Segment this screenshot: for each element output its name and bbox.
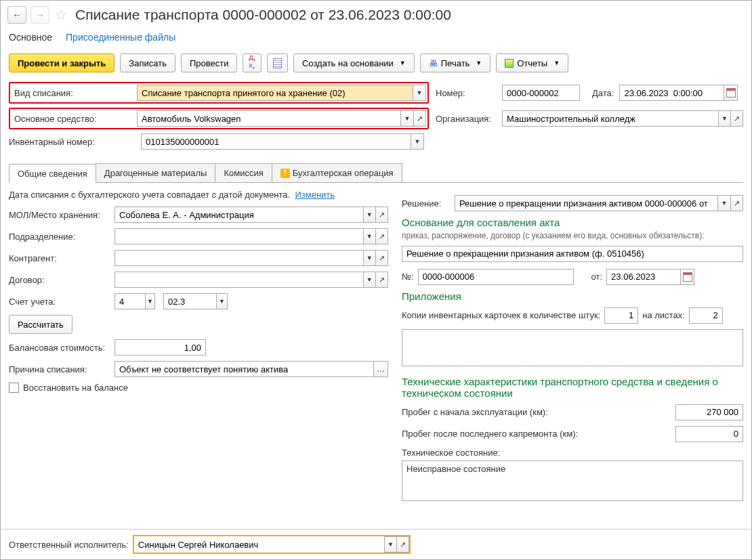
restore-label: Восстановить на балансе [23,383,128,393]
tab-precious[interactable]: Драгоценные материалы [96,163,216,182]
mileage2-label: Пробег после последнего капремонта (км): [402,429,671,439]
tab-commission[interactable]: Комиссия [215,163,272,182]
dept-dropdown[interactable]: ▼ [364,228,376,244]
decision-label: Решение: [402,198,451,209]
chevron-down-icon: ▼ [400,60,406,66]
asset-dropdown[interactable]: ▼ [401,110,413,127]
number-label: Номер: [436,88,497,98]
list-button[interactable] [267,53,288,72]
mol-open[interactable]: ↗ [376,207,388,223]
navtab-files[interactable]: Присоединенные файлы [66,32,175,43]
chevron-down-icon: ▼ [553,60,560,66]
number-input[interactable] [502,85,580,101]
mol-input[interactable] [114,207,364,223]
post-and-close-button[interactable]: Провести и закрыть [9,53,114,72]
appendix-heading: Приложения [402,290,743,302]
dtkt-button[interactable]: ДтКт [243,53,262,72]
responsible-input[interactable] [134,536,384,553]
contract-input[interactable] [114,272,364,288]
contract-dropdown[interactable]: ▼ [364,272,376,288]
asset-open-button[interactable]: ↗ [414,110,426,127]
chevron-down-icon: ▼ [476,60,482,66]
writeoff-type-dropdown[interactable]: ▼ [413,85,426,101]
dept-label: Подразделение: [9,232,110,242]
basis-num-label: №: [402,272,414,282]
counterparty-input[interactable] [114,250,364,266]
open-icon: ↗ [379,211,385,219]
change-link[interactable]: Изменить [295,190,335,200]
basis-from-calendar[interactable] [681,269,694,285]
decision-open[interactable]: ↗ [731,195,743,211]
responsible-open[interactable]: ↗ [397,536,409,553]
copies-input[interactable] [604,307,638,324]
open-icon: ↗ [379,254,385,263]
account2-input[interactable] [163,293,217,309]
account1-dropdown[interactable]: ▼ [146,293,155,309]
report-icon [505,59,514,68]
sheets-label: на листах: [642,310,685,320]
navtab-main[interactable]: Основное [9,32,52,45]
reason-ellipsis-button[interactable]: … [374,361,388,377]
dtkt-icon: ДтКт [249,55,255,71]
open-icon: ↗ [734,114,740,123]
responsible-dropdown[interactable]: ▼ [384,536,396,553]
basis-from-input[interactable] [606,269,681,285]
balance-input[interactable] [114,339,206,356]
org-input[interactable] [502,110,719,127]
open-icon: ↗ [417,114,423,123]
inv-input[interactable] [141,133,411,150]
inv-label: Инвентарный номер: [9,137,134,147]
tab-general[interactable]: Общие сведения [9,164,96,183]
asset-input[interactable] [137,110,401,127]
favorite-star-icon[interactable]: ☆ [54,7,68,22]
dept-input[interactable] [114,228,364,244]
date-calendar-button[interactable] [724,85,738,101]
dept-open[interactable]: ↗ [376,228,388,244]
decision-dropdown[interactable]: ▼ [718,195,730,211]
tab-accounting[interactable]: !Бухгалтерская операция [272,163,402,182]
writeoff-type-label: Вид списания: [12,88,137,98]
create-on-basis-button[interactable]: Создать на основании▼ [293,53,415,72]
condition-textarea[interactable]: Неисправное состояние [402,460,743,501]
mileage2-input[interactable] [675,426,743,442]
print-button[interactable]: 🖶Печать▼ [420,53,491,72]
post-button[interactable]: Провести [181,53,238,72]
tech-heading: Технические характеристики транспортного… [402,376,743,399]
account2-dropdown[interactable]: ▼ [217,293,228,309]
writeoff-type-input[interactable] [137,85,413,101]
restore-checkbox[interactable] [9,383,19,393]
responsible-label: Ответственный исполнитель: [9,540,129,550]
mol-dropdown[interactable]: ▼ [364,207,376,223]
open-icon: ↗ [400,540,406,549]
sheets-input[interactable] [689,307,723,324]
printer-icon: 🖶 [429,58,438,68]
balance-label: Балансовая стоимость: [9,343,110,353]
decision-input[interactable] [455,195,718,211]
counterparty-dropdown[interactable]: ▼ [364,250,376,266]
nav-forward-button[interactable]: → [30,6,49,24]
contract-open[interactable]: ↗ [376,272,388,288]
counterparty-open[interactable]: ↗ [376,250,388,266]
inv-dropdown[interactable]: ▼ [411,133,424,150]
asset-label: Основное средство: [12,114,137,124]
org-open-button[interactable]: ↗ [731,110,743,127]
org-dropdown[interactable]: ▼ [719,110,731,127]
appendix-textarea[interactable] [402,329,743,366]
mileage-input[interactable] [675,404,743,421]
calendar-icon [683,272,692,282]
calculate-button[interactable]: Рассчитать [9,315,72,334]
window-title: Списание транспорта 0000-000002 от 23.06… [75,7,451,23]
copies-label: Копии инвентарных карточек в количестве … [402,310,600,320]
account1-input[interactable] [114,293,146,309]
mileage-label: Пробег с начала эксплуатации (км): [402,407,671,417]
warning-icon: ! [280,169,290,178]
basis-num-input[interactable] [418,269,574,285]
reason-input[interactable] [114,361,374,377]
save-button[interactable]: Записать [120,53,175,72]
nav-back-button[interactable]: ← [7,6,26,24]
reason-label: Причина списания: [9,364,110,374]
reports-button[interactable]: Отчеты▼ [496,53,568,72]
date-input[interactable] [619,85,724,101]
basis-input[interactable] [402,246,743,262]
open-icon: ↗ [379,232,385,241]
